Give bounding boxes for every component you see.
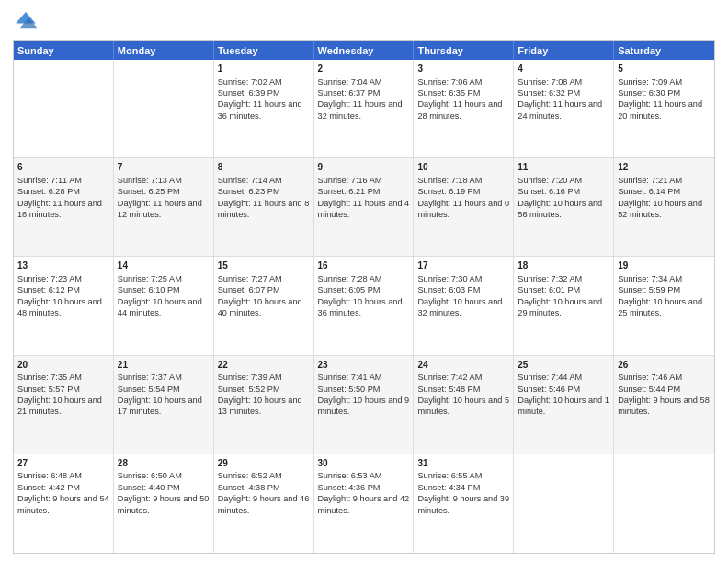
sunset-text: Sunset: 6:14 PM bbox=[618, 187, 680, 196]
sunset-text: Sunset: 6:10 PM bbox=[118, 285, 180, 294]
calendar-day-cell: 7Sunrise: 7:13 AMSunset: 6:25 PMDaylight… bbox=[114, 158, 214, 256]
day-number: 2 bbox=[318, 63, 410, 75]
calendar-day-cell: 31Sunrise: 6:55 AMSunset: 4:34 PMDayligh… bbox=[414, 454, 514, 553]
day-number: 14 bbox=[118, 259, 210, 272]
sunrise-text: Sunrise: 6:55 AM bbox=[417, 471, 482, 480]
sunrise-text: Sunrise: 7:44 AM bbox=[518, 373, 582, 382]
daylight-text: Daylight: 10 hours and 36 minutes. bbox=[318, 297, 403, 317]
daylight-text: Daylight: 10 hours and 48 minutes. bbox=[17, 297, 102, 317]
calendar-header-row: SundayMondayTuesdayWednesdayThursdayFrid… bbox=[14, 41, 714, 60]
calendar-day-cell: 8Sunrise: 7:14 AMSunset: 6:23 PMDaylight… bbox=[214, 158, 314, 256]
daylight-text: Daylight: 9 hours and 50 minutes. bbox=[118, 494, 210, 514]
calendar-day-cell: 16Sunrise: 7:28 AMSunset: 6:05 PMDayligh… bbox=[314, 257, 415, 354]
sunrise-text: Sunrise: 7:16 AM bbox=[318, 176, 382, 185]
day-number: 4 bbox=[518, 63, 609, 75]
calendar-day-header: Thursday bbox=[414, 41, 514, 60]
calendar-week-row: 20Sunrise: 7:35 AMSunset: 5:57 PMDayligh… bbox=[14, 356, 714, 454]
daylight-text: Daylight: 10 hours and 52 minutes. bbox=[618, 199, 702, 219]
daylight-text: Daylight: 10 hours and 5 minutes. bbox=[417, 396, 509, 416]
sunset-text: Sunset: 5:48 PM bbox=[417, 385, 480, 394]
day-number: 3 bbox=[417, 63, 509, 75]
calendar-body: 1Sunrise: 7:02 AMSunset: 6:39 PMDaylight… bbox=[14, 60, 714, 553]
calendar-day-cell: 24Sunrise: 7:42 AMSunset: 5:48 PMDayligh… bbox=[414, 356, 514, 454]
calendar-day-cell: 5Sunrise: 7:09 AMSunset: 6:30 PMDaylight… bbox=[614, 60, 714, 157]
sunset-text: Sunset: 6:07 PM bbox=[218, 285, 280, 294]
sunset-text: Sunset: 6:35 PM bbox=[417, 88, 480, 98]
sunrise-text: Sunrise: 7:30 AM bbox=[417, 274, 482, 283]
daylight-text: Daylight: 9 hours and 42 minutes. bbox=[318, 494, 410, 514]
daylight-text: Daylight: 10 hours and 13 minutes. bbox=[218, 396, 302, 416]
calendar-day-cell: 18Sunrise: 7:32 AMSunset: 6:01 PMDayligh… bbox=[514, 257, 614, 354]
day-number: 27 bbox=[17, 457, 109, 470]
day-number: 31 bbox=[417, 457, 509, 470]
sunrise-text: Sunrise: 7:32 AM bbox=[518, 274, 582, 283]
day-number: 11 bbox=[518, 161, 609, 174]
calendar-day-header: Friday bbox=[514, 41, 614, 60]
calendar-day-cell: 19Sunrise: 7:34 AMSunset: 5:59 PMDayligh… bbox=[614, 257, 714, 354]
day-number: 26 bbox=[618, 359, 711, 372]
day-number: 29 bbox=[218, 457, 310, 470]
sunset-text: Sunset: 4:36 PM bbox=[318, 483, 381, 492]
daylight-text: Daylight: 9 hours and 46 minutes. bbox=[218, 494, 310, 514]
daylight-text: Daylight: 11 hours and 24 minutes. bbox=[518, 99, 602, 120]
sunrise-text: Sunrise: 7:34 AM bbox=[618, 274, 682, 283]
sunrise-text: Sunrise: 7:14 AM bbox=[218, 176, 282, 185]
calendar-day-cell: 14Sunrise: 7:25 AMSunset: 6:10 PMDayligh… bbox=[114, 257, 214, 354]
daylight-text: Daylight: 11 hours and 28 minutes. bbox=[417, 99, 502, 120]
day-number: 10 bbox=[417, 161, 509, 174]
sunrise-text: Sunrise: 7:09 AM bbox=[618, 77, 682, 86]
calendar-day-cell: 15Sunrise: 7:27 AMSunset: 6:07 PMDayligh… bbox=[214, 257, 314, 354]
calendar-day-header: Sunday bbox=[14, 41, 114, 60]
daylight-text: Daylight: 10 hours and 44 minutes. bbox=[118, 297, 202, 317]
day-number: 12 bbox=[618, 161, 711, 174]
day-number: 8 bbox=[218, 161, 310, 174]
calendar-day-cell: 4Sunrise: 7:08 AMSunset: 6:32 PMDaylight… bbox=[514, 60, 614, 157]
day-number: 22 bbox=[218, 359, 310, 372]
sunset-text: Sunset: 6:25 PM bbox=[118, 187, 180, 196]
sunrise-text: Sunrise: 7:13 AM bbox=[118, 176, 182, 185]
day-number: 13 bbox=[17, 259, 109, 272]
calendar-day-header: Wednesday bbox=[314, 41, 415, 60]
sunrise-text: Sunrise: 7:21 AM bbox=[618, 176, 682, 185]
daylight-text: Daylight: 9 hours and 39 minutes. bbox=[417, 494, 509, 514]
day-number: 24 bbox=[417, 359, 509, 372]
sunset-text: Sunset: 6:12 PM bbox=[17, 285, 80, 294]
logo-icon bbox=[13, 9, 39, 35]
sunrise-text: Sunrise: 7:08 AM bbox=[518, 77, 582, 86]
page-header bbox=[13, 9, 715, 35]
daylight-text: Daylight: 11 hours and 16 minutes. bbox=[17, 199, 102, 219]
sunset-text: Sunset: 5:54 PM bbox=[118, 385, 180, 394]
calendar-day-cell: 3Sunrise: 7:06 AMSunset: 6:35 PMDaylight… bbox=[414, 60, 514, 157]
calendar-week-row: 6Sunrise: 7:11 AMSunset: 6:28 PMDaylight… bbox=[14, 158, 714, 257]
sunrise-text: Sunrise: 7:18 AM bbox=[417, 176, 482, 185]
calendar-day-header: Monday bbox=[114, 41, 214, 60]
daylight-text: Daylight: 11 hours and 8 minutes. bbox=[218, 199, 310, 219]
day-number: 28 bbox=[118, 457, 210, 470]
day-number: 20 bbox=[17, 359, 109, 372]
calendar-empty-cell bbox=[614, 454, 714, 553]
sunrise-text: Sunrise: 7:27 AM bbox=[218, 274, 282, 283]
day-number: 19 bbox=[618, 259, 711, 272]
day-number: 9 bbox=[318, 161, 410, 174]
day-number: 16 bbox=[318, 259, 410, 272]
daylight-text: Daylight: 11 hours and 0 minutes. bbox=[417, 199, 509, 219]
sunset-text: Sunset: 5:52 PM bbox=[218, 385, 280, 394]
sunrise-text: Sunrise: 7:04 AM bbox=[318, 77, 382, 86]
sunset-text: Sunset: 6:37 PM bbox=[318, 88, 381, 98]
sunrise-text: Sunrise: 7:25 AM bbox=[118, 274, 182, 283]
calendar-week-row: 1Sunrise: 7:02 AMSunset: 6:39 PMDaylight… bbox=[14, 60, 714, 158]
day-number: 18 bbox=[518, 259, 609, 272]
calendar-day-cell: 22Sunrise: 7:39 AMSunset: 5:52 PMDayligh… bbox=[214, 356, 314, 454]
sunset-text: Sunset: 5:46 PM bbox=[518, 385, 580, 394]
calendar-day-cell: 17Sunrise: 7:30 AMSunset: 6:03 PMDayligh… bbox=[414, 257, 514, 354]
sunset-text: Sunset: 6:23 PM bbox=[218, 187, 280, 196]
daylight-text: Daylight: 10 hours and 32 minutes. bbox=[417, 297, 502, 317]
sunrise-text: Sunrise: 7:42 AM bbox=[417, 373, 482, 382]
daylight-text: Daylight: 10 hours and 21 minutes. bbox=[17, 396, 102, 416]
sunset-text: Sunset: 6:32 PM bbox=[518, 88, 580, 98]
calendar-day-header: Tuesday bbox=[214, 41, 314, 60]
day-number: 1 bbox=[218, 63, 310, 75]
daylight-text: Daylight: 9 hours and 58 minutes. bbox=[618, 396, 710, 416]
daylight-text: Daylight: 10 hours and 29 minutes. bbox=[518, 297, 602, 317]
daylight-text: Daylight: 9 hours and 54 minutes. bbox=[17, 494, 109, 514]
